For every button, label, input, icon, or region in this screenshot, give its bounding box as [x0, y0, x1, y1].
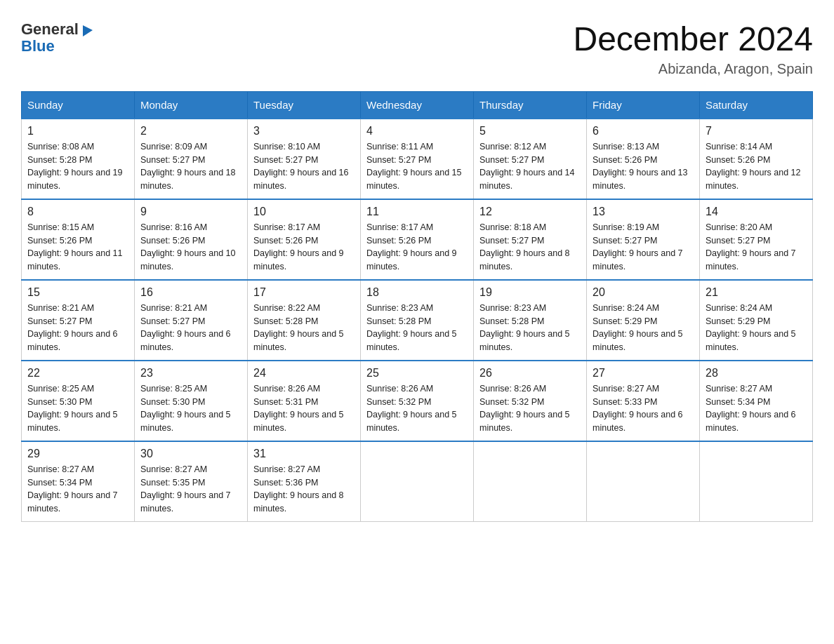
calendar-cell: [474, 441, 587, 522]
day-number: 29: [27, 448, 128, 460]
calendar-cell: 25Sunrise: 8:26 AMSunset: 5:32 PMDayligh…: [361, 361, 474, 441]
column-header-tuesday: Tuesday: [248, 91, 361, 119]
day-number: 14: [706, 206, 807, 218]
logo-blue-text: Blue: [21, 38, 95, 55]
calendar-cell: 6Sunrise: 8:13 AMSunset: 5:26 PMDaylight…: [587, 119, 700, 199]
day-number: 2: [140, 125, 241, 137]
column-header-wednesday: Wednesday: [361, 91, 474, 119]
day-info: Sunrise: 8:17 AMSunset: 5:26 PMDaylight:…: [253, 221, 355, 274]
day-number: 27: [593, 367, 694, 380]
day-info: Sunrise: 8:25 AMSunset: 5:30 PMDaylight:…: [140, 382, 241, 435]
calendar-cell: 23Sunrise: 8:25 AMSunset: 5:30 PMDayligh…: [135, 361, 248, 441]
calendar-cell: 28Sunrise: 8:27 AMSunset: 5:34 PMDayligh…: [700, 361, 813, 441]
page-header: General Blue December 2024 Abizanda, Ara…: [21, 21, 813, 77]
column-header-monday: Monday: [135, 91, 248, 119]
calendar-cell: 29Sunrise: 8:27 AMSunset: 5:34 PMDayligh…: [22, 441, 135, 522]
day-info: Sunrise: 8:17 AMSunset: 5:26 PMDaylight:…: [366, 221, 468, 274]
calendar-cell: 26Sunrise: 8:26 AMSunset: 5:32 PMDayligh…: [474, 361, 587, 441]
day-info: Sunrise: 8:18 AMSunset: 5:27 PMDaylight:…: [479, 221, 581, 274]
calendar-week-row: 29Sunrise: 8:27 AMSunset: 5:34 PMDayligh…: [22, 441, 813, 522]
day-info: Sunrise: 8:24 AMSunset: 5:29 PMDaylight:…: [706, 302, 807, 354]
calendar-cell: [587, 441, 700, 522]
calendar-cell: 13Sunrise: 8:19 AMSunset: 5:27 PMDayligh…: [587, 199, 700, 280]
calendar-cell: 24Sunrise: 8:26 AMSunset: 5:31 PMDayligh…: [248, 361, 361, 441]
calendar-cell: [700, 441, 813, 522]
logo-general-text: General: [21, 21, 79, 38]
day-number: 20: [593, 286, 694, 299]
day-number: 13: [593, 206, 694, 218]
day-number: 16: [140, 286, 241, 299]
day-number: 28: [706, 367, 807, 380]
day-number: 30: [140, 448, 241, 460]
day-info: Sunrise: 8:26 AMSunset: 5:32 PMDaylight:…: [366, 382, 468, 435]
calendar-cell: 12Sunrise: 8:18 AMSunset: 5:27 PMDayligh…: [474, 199, 587, 280]
day-info: Sunrise: 8:24 AMSunset: 5:29 PMDaylight:…: [593, 302, 694, 354]
day-number: 22: [27, 367, 128, 380]
day-info: Sunrise: 8:23 AMSunset: 5:28 PMDaylight:…: [366, 302, 468, 354]
day-number: 18: [366, 286, 468, 299]
day-number: 24: [253, 367, 355, 380]
calendar-table: SundayMondayTuesdayWednesdayThursdayFrid…: [21, 91, 813, 522]
calendar-cell: 10Sunrise: 8:17 AMSunset: 5:26 PMDayligh…: [248, 199, 361, 280]
day-number: 1: [27, 125, 128, 137]
day-info: Sunrise: 8:16 AMSunset: 5:26 PMDaylight:…: [140, 221, 241, 274]
day-number: 6: [593, 125, 694, 137]
svg-marker-0: [83, 25, 93, 36]
day-info: Sunrise: 8:09 AMSunset: 5:27 PMDaylight:…: [140, 140, 241, 193]
column-header-thursday: Thursday: [474, 91, 587, 119]
day-info: Sunrise: 8:22 AMSunset: 5:28 PMDaylight:…: [253, 302, 355, 354]
day-number: 9: [140, 206, 241, 218]
calendar-subtitle: Abizanda, Aragon, Spain: [573, 61, 813, 77]
calendar-week-row: 8Sunrise: 8:15 AMSunset: 5:26 PMDaylight…: [22, 199, 813, 280]
day-number: 25: [366, 367, 468, 380]
day-info: Sunrise: 8:25 AMSunset: 5:30 PMDaylight:…: [27, 382, 128, 435]
calendar-cell: 5Sunrise: 8:12 AMSunset: 5:27 PMDaylight…: [474, 119, 587, 199]
day-info: Sunrise: 8:27 AMSunset: 5:34 PMDaylight:…: [706, 382, 807, 435]
calendar-week-row: 22Sunrise: 8:25 AMSunset: 5:30 PMDayligh…: [22, 361, 813, 441]
column-header-sunday: Sunday: [22, 91, 135, 119]
calendar-cell: 2Sunrise: 8:09 AMSunset: 5:27 PMDaylight…: [135, 119, 248, 199]
calendar-cell: 7Sunrise: 8:14 AMSunset: 5:26 PMDaylight…: [700, 119, 813, 199]
day-number: 12: [479, 206, 581, 218]
calendar-cell: 21Sunrise: 8:24 AMSunset: 5:29 PMDayligh…: [700, 280, 813, 361]
day-number: 15: [27, 286, 128, 299]
day-info: Sunrise: 8:14 AMSunset: 5:26 PMDaylight:…: [706, 140, 807, 193]
day-info: Sunrise: 8:11 AMSunset: 5:27 PMDaylight:…: [366, 140, 468, 193]
calendar-cell: 30Sunrise: 8:27 AMSunset: 5:35 PMDayligh…: [135, 441, 248, 522]
calendar-cell: 15Sunrise: 8:21 AMSunset: 5:27 PMDayligh…: [22, 280, 135, 361]
calendar-cell: 27Sunrise: 8:27 AMSunset: 5:33 PMDayligh…: [587, 361, 700, 441]
calendar-cell: 31Sunrise: 8:27 AMSunset: 5:36 PMDayligh…: [248, 441, 361, 522]
calendar-cell: 1Sunrise: 8:08 AMSunset: 5:28 PMDaylight…: [22, 119, 135, 199]
calendar-cell: 4Sunrise: 8:11 AMSunset: 5:27 PMDaylight…: [361, 119, 474, 199]
day-info: Sunrise: 8:20 AMSunset: 5:27 PMDaylight:…: [706, 221, 807, 274]
logo: General Blue: [21, 21, 95, 55]
day-number: 23: [140, 367, 241, 380]
calendar-cell: 16Sunrise: 8:21 AMSunset: 5:27 PMDayligh…: [135, 280, 248, 361]
day-info: Sunrise: 8:27 AMSunset: 5:34 PMDaylight:…: [27, 463, 128, 516]
calendar-title: December 2024: [573, 21, 813, 58]
day-info: Sunrise: 8:26 AMSunset: 5:32 PMDaylight:…: [479, 382, 581, 435]
day-info: Sunrise: 8:21 AMSunset: 5:27 PMDaylight:…: [27, 302, 128, 354]
calendar-week-row: 1Sunrise: 8:08 AMSunset: 5:28 PMDaylight…: [22, 119, 813, 199]
day-number: 31: [253, 448, 355, 460]
day-info: Sunrise: 8:12 AMSunset: 5:27 PMDaylight:…: [479, 140, 581, 193]
day-info: Sunrise: 8:26 AMSunset: 5:31 PMDaylight:…: [253, 382, 355, 435]
calendar-cell: 9Sunrise: 8:16 AMSunset: 5:26 PMDaylight…: [135, 199, 248, 280]
calendar-cell: 19Sunrise: 8:23 AMSunset: 5:28 PMDayligh…: [474, 280, 587, 361]
calendar-cell: [361, 441, 474, 522]
day-number: 11: [366, 206, 468, 218]
day-number: 3: [253, 125, 355, 137]
calendar-cell: 18Sunrise: 8:23 AMSunset: 5:28 PMDayligh…: [361, 280, 474, 361]
day-info: Sunrise: 8:10 AMSunset: 5:27 PMDaylight:…: [253, 140, 355, 193]
title-section: December 2024 Abizanda, Aragon, Spain: [573, 21, 813, 77]
day-number: 21: [706, 286, 807, 299]
calendar-cell: 22Sunrise: 8:25 AMSunset: 5:30 PMDayligh…: [22, 361, 135, 441]
day-info: Sunrise: 8:27 AMSunset: 5:35 PMDaylight:…: [140, 463, 241, 516]
column-header-saturday: Saturday: [700, 91, 813, 119]
day-number: 8: [27, 206, 128, 218]
day-info: Sunrise: 8:15 AMSunset: 5:26 PMDaylight:…: [27, 221, 128, 274]
calendar-week-row: 15Sunrise: 8:21 AMSunset: 5:27 PMDayligh…: [22, 280, 813, 361]
day-number: 19: [479, 286, 581, 299]
day-info: Sunrise: 8:27 AMSunset: 5:36 PMDaylight:…: [253, 463, 355, 516]
day-number: 4: [366, 125, 468, 137]
